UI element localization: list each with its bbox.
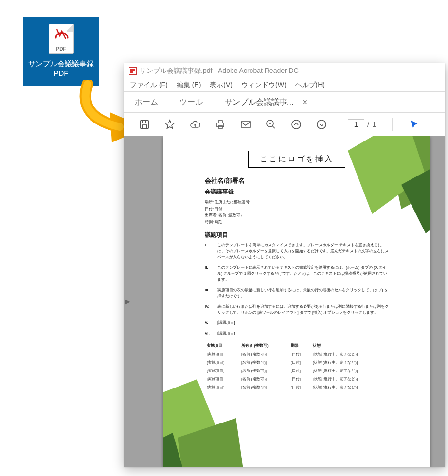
table-row: [実施項目][名前 (複数可)][日付][状態 (進行中、完了など)]: [205, 383, 389, 391]
agenda-item: I.このテンプレートを簡単にカスタマイズできます。プレースホルダー テキストを置…: [205, 242, 389, 260]
page-down-icon[interactable]: [316, 119, 327, 130]
menu-bar: ファイル (F) 編集 (E) 表示(V) ウィンドウ(W) ヘルプ(H): [124, 79, 445, 91]
agenda-item: IV.表に新しい行または列を追加するには、追加する必要がある行または列に隣接する…: [205, 304, 389, 316]
print-icon[interactable]: [215, 119, 226, 130]
table-row: [実施項目][名前 (複数可)][日付][状態 (進行中、完了など)]: [205, 358, 389, 367]
pdf-file-icon: PDF: [49, 24, 74, 54]
svg-rect-1: [142, 124, 146, 128]
tab-tools[interactable]: ツール: [169, 92, 214, 112]
desktop-icon-label-1: サンプル会議議事録: [28, 59, 94, 69]
page-number: 1 / 1: [348, 119, 376, 129]
toolbar: 1 / 1: [124, 113, 445, 136]
meta-place: 場所: 住所または部屋番号: [205, 199, 389, 206]
svg-point-7: [292, 120, 301, 129]
doc-meta: 場所: 住所または部屋番号 日付: 日付 出席者: 名前 (複数可) 時刻: 時…: [205, 199, 389, 225]
sidebar-expand-icon[interactable]: ▶: [125, 293, 130, 310]
pdf-badge-text: PDF: [49, 46, 73, 52]
desktop-pdf-icon[interactable]: PDF サンプル会議議事録 PDF: [23, 17, 99, 86]
tab-home[interactable]: ホーム: [124, 92, 169, 112]
agenda-list: I.このテンプレートを簡単にカスタマイズできます。プレースホルダー テキストを置…: [205, 242, 389, 336]
acrobat-app-icon: [129, 67, 137, 75]
logo-placeholder: ここにロゴを挿入: [248, 151, 345, 168]
window-title: サンプル会議議事録.pdf - Adobe Acrobat Reader DC: [140, 67, 299, 75]
agenda-item: III.実施項目の表の最後に新しい行を追加するには、最後の行の最後のセルをクリッ…: [205, 287, 389, 300]
pdf-page: ここにロゴを挿入 会社名/部署名 会議議事録 場所: 住所または部屋番号 日付:…: [163, 136, 430, 467]
table-row: [実施項目][名前 (複数可)][日付][状態 (進行中、完了など)]: [205, 375, 389, 383]
doc-title: 会議議事録: [205, 188, 389, 196]
th-owner: 所有者 (複数可): [239, 341, 289, 350]
save-icon[interactable]: [139, 119, 150, 130]
star-icon[interactable]: [164, 119, 176, 130]
th-status: 状態: [311, 341, 389, 350]
svg-rect-5: [241, 122, 250, 127]
svg-point-8: [317, 120, 326, 129]
toolbar-divider: [392, 118, 393, 131]
table-row: [実施項目][名前 (複数可)][日付][状態 (進行中、完了など)]: [205, 350, 389, 359]
acrobat-window: サンプル会議議事録.pdf - Adobe Acrobat Reader DC …: [124, 63, 445, 467]
page-total: 1: [372, 120, 376, 128]
cursor-tool-icon[interactable]: [408, 119, 420, 130]
company-line: 会社名/部署名: [205, 176, 389, 185]
menu-file[interactable]: ファイル (F): [130, 81, 168, 89]
agenda-item: II.このテンプレートに表示されているテキストの書式設定を適用するには、[ホーム…: [205, 265, 389, 283]
desktop-icon-label-2: PDF: [28, 69, 94, 78]
menu-help[interactable]: ヘルプ(H): [295, 81, 325, 89]
page-up-icon[interactable]: [290, 119, 302, 130]
mail-icon[interactable]: [240, 119, 251, 130]
agenda-item: VI.[議題項目]: [205, 331, 389, 336]
tab-document[interactable]: サンプル会議議事... ✕: [214, 92, 319, 112]
window-titlebar[interactable]: サンプル会議議事録.pdf - Adobe Acrobat Reader DC: [124, 63, 445, 79]
tab-document-label: サンプル会議議事...: [225, 97, 293, 107]
cloud-upload-icon[interactable]: [189, 119, 201, 130]
zoom-out-icon[interactable]: [265, 119, 277, 130]
th-item: 実施項目: [205, 341, 239, 350]
menu-window[interactable]: ウィンドウ(W): [241, 81, 287, 89]
table-row: [実施項目][名前 (複数可)][日付][状態 (進行中、完了など)]: [205, 367, 389, 375]
page-current-input[interactable]: 1: [348, 119, 364, 129]
action-table: 実施項目 所有者 (複数可) 期限 状態 [実施項目][名前 (複数可)][日付…: [205, 341, 389, 391]
th-due: 期限: [289, 341, 311, 350]
document-viewport[interactable]: ▶ ここにロゴを挿入 会社名/部署名 会議議事録 場所: 住所または部屋: [124, 136, 445, 467]
meta-attendees: 出席者: 名前 (複数可): [205, 212, 389, 219]
svg-rect-0: [141, 120, 149, 128]
agenda-heading: 議題項目: [205, 231, 389, 239]
agenda-item: V.[議題項目]: [205, 320, 389, 326]
meta-time: 時刻: 時刻: [205, 219, 389, 226]
meta-date: 日付: 日付: [205, 206, 389, 212]
menu-edit[interactable]: 編集 (E): [177, 81, 201, 89]
tab-strip: ホーム ツール サンプル会議議事... ✕: [124, 91, 445, 113]
svg-rect-3: [218, 121, 222, 123]
action-table-body: [実施項目][名前 (複数可)][日付][状態 (進行中、完了など)] [実施項…: [205, 350, 389, 392]
close-tab-icon[interactable]: ✕: [302, 98, 308, 106]
menu-view[interactable]: 表示(V): [210, 81, 233, 89]
